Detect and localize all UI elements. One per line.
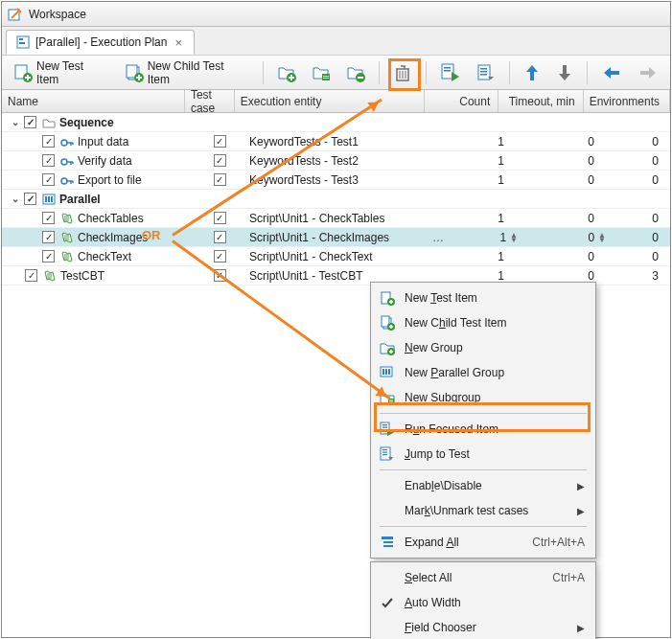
- menu-item[interactable]: New Test Item: [374, 285, 592, 310]
- count-cell[interactable]: 1: [445, 154, 521, 168]
- titlebar: Workspace: [2, 2, 670, 27]
- enabled-checkbox[interactable]: [42, 173, 55, 186]
- timeout-cell[interactable]: 0: [521, 154, 610, 168]
- table-row[interactable]: Input dataKeywordTests - Test1100: [2, 132, 670, 151]
- run-focused-button[interactable]: [434, 59, 467, 86]
- svg-rect-46: [382, 452, 387, 453]
- header-execution-entity[interactable]: Execution entity: [235, 90, 426, 112]
- env-cell[interactable]: 3: [610, 269, 670, 283]
- count-cell[interactable]: 1: [445, 269, 521, 283]
- header-test-case[interactable]: Test case: [185, 90, 235, 112]
- timeout-value[interactable]: 0: [588, 231, 594, 244]
- menu-item[interactable]: Enable\Disable▶: [374, 473, 592, 498]
- env-cell[interactable]: 0: [610, 135, 670, 148]
- menu-item[interactable]: Mark\Unmark test cases▶: [374, 498, 592, 523]
- timeout-cell[interactable]: 0: [521, 269, 610, 283]
- testcase-checkbox[interactable]: [214, 154, 226, 167]
- move-down-button[interactable]: [550, 59, 579, 86]
- enabled-checkbox[interactable]: [42, 154, 55, 167]
- menu-item[interactable]: Jump to Test: [374, 442, 592, 467]
- table-row[interactable]: Verify dataKeywordTests - Test2100: [2, 151, 670, 171]
- tab-close-icon[interactable]: ×: [173, 35, 184, 50]
- header-timeout[interactable]: Timeout, min: [498, 90, 583, 112]
- menu-item[interactable]: Select AllCtrl+A: [374, 565, 592, 590]
- move-up-button[interactable]: [518, 59, 546, 86]
- delete-group-button[interactable]: [340, 60, 371, 85]
- menu-item[interactable]: Expand AllCtrl+Alt+A: [374, 530, 592, 555]
- table-row[interactable]: CheckImagesScript\Unit1 - CheckImages…1▲…: [2, 228, 670, 247]
- new-child-test-item-button[interactable]: New Child Test Item: [119, 57, 255, 89]
- indent-button[interactable]: [632, 61, 664, 84]
- timeout-cell[interactable]: 0▲▼: [521, 231, 610, 244]
- enabled-checkbox[interactable]: [42, 250, 55, 262]
- menu-item[interactable]: New Subgroup: [374, 385, 592, 410]
- group-row[interactable]: ⌄Sequence: [2, 113, 670, 132]
- table-row[interactable]: CheckTablesScript\Unit1 - CheckTables100: [2, 209, 670, 228]
- svg-rect-37: [388, 369, 390, 375]
- count-value[interactable]: 1: [499, 231, 506, 244]
- menu-item[interactable]: Run Focused Item: [374, 417, 592, 442]
- delete-button[interactable]: [387, 60, 418, 85]
- table-row[interactable]: Export to fileKeywordTests - Test3100: [2, 171, 670, 190]
- timeout-cell[interactable]: 0: [521, 135, 610, 148]
- menu-item[interactable]: New Child Test Item: [374, 310, 592, 335]
- count-cell[interactable]: 1: [445, 250, 521, 263]
- menu-label: Expand All: [405, 536, 524, 549]
- enabled-checkbox[interactable]: [24, 116, 36, 128]
- toolbar: New Test Item New Child Test Item: [2, 56, 670, 90]
- menu-item[interactable]: New Group: [374, 335, 592, 360]
- testcase-checkbox[interactable]: [214, 250, 226, 262]
- header-count[interactable]: Count: [425, 90, 498, 112]
- enabled-checkbox[interactable]: [42, 212, 55, 224]
- context-menu-group2[interactable]: Select AllCtrl+AAuto WidthField Chooser▶: [370, 561, 596, 639]
- count-cell[interactable]: 1: [445, 173, 521, 187]
- count-cell[interactable]: 1: [445, 212, 521, 225]
- testcase-checkbox[interactable]: [214, 135, 226, 148]
- svg-rect-12: [323, 78, 329, 79]
- check-icon: [378, 595, 397, 610]
- menu-item[interactable]: Auto Width: [374, 590, 592, 615]
- spinner[interactable]: ▲▼: [510, 233, 518, 242]
- env-cell[interactable]: 0: [610, 250, 670, 263]
- tab-execution-plan[interactable]: [Parallel] - Execution Plan ×: [6, 30, 195, 55]
- new-subgroup-button[interactable]: [306, 60, 336, 85]
- enabled-checkbox[interactable]: [42, 135, 55, 148]
- menu-item[interactable]: New Parallel Group: [374, 360, 592, 385]
- expand-toggle[interactable]: ⌄: [10, 194, 20, 204]
- header-environments[interactable]: Environments: [584, 90, 670, 112]
- timeout-cell[interactable]: 0: [521, 250, 610, 263]
- expand-toggle[interactable]: ⌄: [10, 117, 20, 127]
- new-group-button[interactable]: [271, 60, 302, 85]
- new-sub-icon: [378, 390, 397, 405]
- new-test-item-button[interactable]: New Test Item: [8, 57, 115, 89]
- testcase-checkbox[interactable]: [214, 212, 226, 224]
- svg-rect-44: [381, 447, 390, 460]
- row-name: TestCBT: [60, 269, 104, 283]
- menu-label: New Child Test Item: [405, 316, 585, 330]
- testcase-checkbox[interactable]: [214, 269, 226, 282]
- count-cell[interactable]: 1: [445, 135, 521, 148]
- env-cell[interactable]: 0: [610, 231, 670, 244]
- menu-item[interactable]: Field Chooser▶: [374, 615, 592, 639]
- execution-entity: KeywordTests - Test3: [249, 173, 359, 187]
- context-menu[interactable]: New Test ItemNew Child Test ItemNew Grou…: [370, 282, 596, 559]
- group-row[interactable]: ⌄Parallel: [2, 190, 670, 209]
- spinner[interactable]: ▲▼: [598, 233, 606, 242]
- enabled-checkbox[interactable]: [42, 231, 55, 243]
- timeout-cell[interactable]: 0: [521, 212, 610, 225]
- env-cell[interactable]: 0: [610, 173, 670, 187]
- testcase-checkbox[interactable]: [214, 231, 226, 243]
- ellipsis-button[interactable]: …: [432, 231, 445, 244]
- outdent-button[interactable]: [595, 61, 628, 84]
- env-cell[interactable]: 0: [610, 212, 670, 225]
- execution-entity: Script\Unit1 - CheckTables: [249, 212, 384, 225]
- header-name[interactable]: Name: [2, 90, 185, 112]
- enabled-checkbox[interactable]: [25, 269, 37, 282]
- table-row[interactable]: CheckTextScript\Unit1 - CheckText100: [2, 247, 670, 266]
- count-cell[interactable]: 1▲▼: [445, 231, 521, 244]
- testcase-checkbox[interactable]: [214, 173, 226, 186]
- enabled-checkbox[interactable]: [24, 193, 36, 205]
- env-cell[interactable]: 0: [610, 154, 670, 168]
- timeout-cell[interactable]: 0: [521, 173, 610, 187]
- jump-to-test-button[interactable]: [471, 60, 501, 85]
